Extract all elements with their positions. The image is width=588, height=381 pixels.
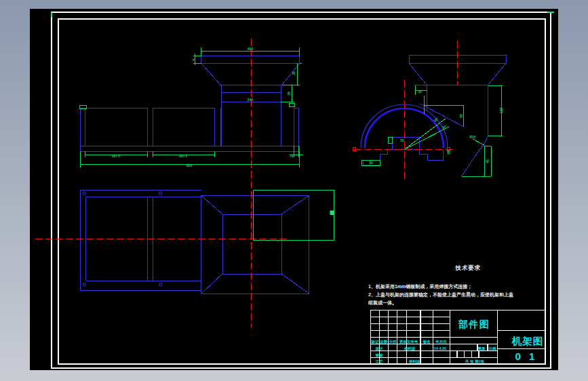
annotation-text: 387.5: [112, 154, 121, 158]
titleblock-part-title: 部件图: [458, 319, 490, 329]
annotation-text: 30: [292, 71, 296, 75]
annotation-text: 签名: [423, 340, 431, 344]
selection-grip: [330, 211, 335, 216]
annotation-text: 标记: [371, 340, 380, 344]
annotation-text: 120: [499, 108, 503, 114]
annotation-text: 860: [187, 163, 193, 167]
tech-req-line2: 2、上盖与机架的连接要稳定，不能使上盖产生晃动，应使机架和上盖: [368, 292, 513, 298]
titleblock-sheet-no: 0 1: [515, 350, 538, 362]
annotation-text: 共 张 第1张: [465, 359, 485, 364]
annotation-text: 45: [486, 159, 490, 163]
annotation-text: 25: [287, 92, 291, 96]
annotation-text: 处数: [380, 340, 389, 344]
annotation-text: 65: [459, 114, 463, 118]
annotation-text: 30: [369, 161, 373, 165]
cad-viewport[interactable]: 技术要求 1、机架采用1mm钢板制成，采用焊接方式连接； 2、上盖与机架的连接要…: [0, 0, 588, 381]
annotation-text: 35: [418, 89, 422, 94]
titleblock-drawing-title: 机架图: [511, 336, 544, 346]
annotation-text: 240: [248, 98, 254, 102]
annotation-text: 387.5: [179, 154, 188, 158]
tech-req-title: 技术要求: [454, 264, 480, 271]
annotation-text: 审核: [376, 353, 384, 358]
annotation-text: 50: [400, 138, 404, 142]
annotation-text: 分区: [389, 340, 397, 344]
tech-req-line1: 1、机架采用1mm钢板制成，采用焊接方式连接；: [368, 283, 472, 289]
annotation-text: 重量: [477, 346, 486, 350]
annotation-text: 年月日: [435, 340, 447, 344]
annotation-text: 设计: [376, 346, 384, 350]
annotation-text: R15: [469, 135, 475, 139]
annotation-text: 72: [290, 154, 294, 158]
tech-req-line3: 组装成一体。: [368, 300, 397, 306]
annotation-text: 490: [248, 47, 254, 51]
annotation-text: 工艺: [375, 359, 384, 363]
annotation-text: 5: [192, 58, 196, 60]
annotation-text: 更改文件号: [399, 340, 418, 344]
annotation-text: 14.4.30: [434, 346, 446, 350]
annotation-text: 比例: [489, 346, 496, 351]
annotation-text: 15: [447, 151, 451, 155]
annotation-text: 侯剑波: [408, 359, 420, 364]
annotation-text: 侯剑波: [404, 346, 416, 351]
